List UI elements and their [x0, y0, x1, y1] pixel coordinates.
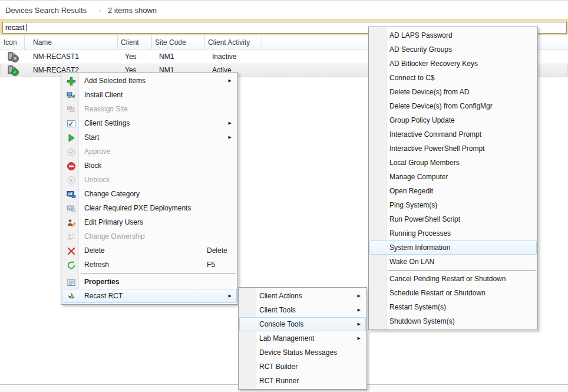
menu-item-label: Edit Primary Users [84, 218, 143, 226]
menu-item-client-actions[interactable]: Client Actions▶ [239, 289, 366, 303]
menu-item-ad-bitlocker-recovery-keys[interactable]: AD Bitlocker Recovery Keys [369, 57, 537, 71]
menu-item-group-policy-update[interactable]: Group Policy Update [369, 113, 537, 127]
menu-item-install-client[interactable]: Install Client [62, 88, 237, 102]
menu-item-label: Local Group Members [389, 159, 460, 167]
menu-item-lab-management[interactable]: Lab Management▶ [239, 331, 366, 345]
menu-item-label: Device Status Messages [259, 348, 337, 357]
menu-item-label: Connect to C$ [389, 74, 435, 82]
menu-item-label: Shutdown System(s) [389, 317, 455, 325]
change-category-icon [67, 190, 76, 199]
menu-item-start[interactable]: Start▶ [62, 130, 237, 144]
menu-item-system-information[interactable]: System Information [369, 241, 537, 255]
title-separator: - [99, 6, 101, 15]
column-header-icon[interactable]: Icon [0, 35, 25, 50]
column-header-client-activity[interactable]: Client Activity [205, 35, 262, 50]
menu-item-wake-on-lan[interactable]: Wake On LAN [369, 255, 537, 269]
cell-client: Yes [118, 50, 152, 63]
device-active-icon: ✓ [6, 65, 18, 75]
menu-item-label: Running Processes [389, 229, 451, 238]
menu-item-add-selected-items[interactable]: Add Selected Items▶ [62, 74, 237, 88]
menu-item-clear-required-pxe-deployments[interactable]: Clear Required PXE Deployments [62, 201, 237, 215]
menu-item-local-group-members[interactable]: Local Group Members [369, 156, 537, 170]
menu-item-running-processes[interactable]: Running Processes [369, 226, 537, 241]
menu-item-restart-system-s[interactable]: Restart System(s) [369, 300, 537, 314]
menu-item-label: Install Client [84, 91, 123, 99]
menu-item-delete-device-s-from-ad[interactable]: Delete Device(s) from AD [369, 85, 537, 99]
text-caret [26, 24, 27, 31]
menu-item-shortcut: Delete [207, 246, 227, 255]
status-check-badge: ✓ [11, 68, 19, 76]
menu-item-label: Delete [84, 246, 105, 255]
menu-item-label: Client Tools [259, 306, 296, 314]
menu-item-open-regedit[interactable]: Open Regedit [369, 184, 537, 198]
menu-item-label: Add Selected Items [84, 77, 146, 85]
menu-item-ad-laps-password[interactable]: AD LAPS Password [369, 28, 537, 42]
menu-item-label: RCT Builder [259, 363, 298, 371]
cell-name: NM-RECAST1 [25, 50, 118, 63]
menu-item-label: Interactive Command Prompt [389, 130, 481, 139]
menu-item-interactive-powershell-prompt[interactable]: Interactive PowerShell Prompt [369, 141, 537, 156]
menu-separator [81, 273, 236, 274]
devices-search-results-pane: Devices Search Results - 2 items shown I… [0, 0, 568, 392]
menu-item-unblock: Unblock [62, 173, 237, 187]
recast-rct-submenu: Client Actions▶Client Tools▶Console Tool… [238, 287, 367, 390]
approve-icon [67, 147, 76, 157]
menu-item-label: Group Policy Update [389, 116, 455, 124]
menu-item-label: Start [84, 133, 99, 141]
menu-item-label: Block [84, 162, 101, 170]
client-settings-icon [67, 119, 76, 129]
add-icon [67, 77, 76, 86]
menu-item-run-powershell-script[interactable]: Run PowerShell Script [369, 212, 537, 226]
menu-item-ping-system-s[interactable]: Ping System(s) [369, 198, 537, 212]
menu-item-delete[interactable]: DeleteDelete [62, 243, 237, 258]
menu-item-recast-rct[interactable]: Recast RCT▶ [62, 289, 237, 303]
menu-item-rct-runner[interactable]: RCT Runner [239, 374, 366, 388]
menu-item-label: Interactive PowerShell Prompt [389, 144, 484, 153]
menu-item-edit-primary-users[interactable]: Edit Primary Users [62, 215, 237, 229]
menu-item-approve: Approve [62, 144, 237, 159]
column-header-name[interactable]: Name [25, 35, 118, 50]
menu-item-change-category[interactable]: Change Category [62, 187, 237, 201]
menu-item-rct-builder[interactable]: RCT Builder [239, 360, 366, 374]
menu-item-client-settings[interactable]: Client Settings▶ [62, 116, 237, 130]
menu-item-device-status-messages[interactable]: Device Status Messages [239, 345, 366, 360]
clear-pxe-icon [67, 204, 76, 213]
delete-icon [67, 246, 76, 256]
menu-item-ad-security-groups[interactable]: AD Security Groups [369, 42, 537, 57]
menu-item-label: Open Regedit [389, 187, 433, 195]
menu-item-label: RCT Runner [259, 377, 299, 385]
menu-item-label: AD Bitlocker Recovery Keys [389, 60, 478, 68]
submenu-arrow-icon: ▶ [229, 294, 232, 298]
menu-item-manage-computer[interactable]: Manage Computer [369, 170, 537, 184]
menu-item-label: Unblock [84, 176, 110, 184]
menu-item-label: Change Category [84, 190, 140, 198]
menu-item-label: Client Settings [84, 119, 130, 127]
menu-item-label: Approve [84, 147, 111, 156]
menu-item-connect-to-c[interactable]: Connect to C$ [369, 71, 537, 85]
menu-item-cancel-pending-restart-or-shutdown[interactable]: Cancel Pending Restart or Shutdown [369, 272, 537, 286]
menu-item-block[interactable]: Block [62, 159, 237, 173]
submenu-arrow-icon: ▶ [358, 294, 361, 298]
status-x-badge: ✕ [11, 55, 19, 62]
submenu-arrow-icon: ▶ [358, 308, 361, 312]
menu-item-console-tools[interactable]: Console Tools▶ [239, 317, 366, 331]
menu-item-interactive-command-prompt[interactable]: Interactive Command Prompt [369, 127, 537, 141]
menu-item-delete-device-s-from-configmgr[interactable]: Delete Device(s) from ConfigMgr [369, 99, 537, 113]
column-header-client[interactable]: Client [118, 35, 152, 50]
submenu-arrow-icon: ▶ [229, 121, 232, 126]
start-icon [67, 133, 76, 143]
menu-item-shutdown-system-s[interactable]: Shutdown System(s) [369, 314, 537, 328]
submenu-arrow-icon: ▶ [358, 322, 361, 327]
menu-item-label: Properties [84, 278, 119, 286]
menu-item-client-tools[interactable]: Client Tools▶ [239, 303, 366, 317]
menu-item-refresh[interactable]: RefreshF5 [62, 258, 237, 272]
pane-header: Devices Search Results - 2 items shown [0, 1, 568, 19]
menu-item-label: System Information [389, 243, 450, 252]
column-header-site-code[interactable]: Site Code [152, 35, 205, 50]
menu-item-schedule-restart-or-shutdown[interactable]: Schedule Restart or Shutdown [369, 286, 537, 300]
menu-item-properties[interactable]: Properties [62, 275, 237, 289]
reassign-site-icon [67, 105, 76, 114]
menu-item-label: Wake On LAN [389, 258, 434, 266]
menu-item-label: Cancel Pending Restart or Shutdown [389, 275, 506, 283]
unblock-icon [67, 176, 76, 185]
